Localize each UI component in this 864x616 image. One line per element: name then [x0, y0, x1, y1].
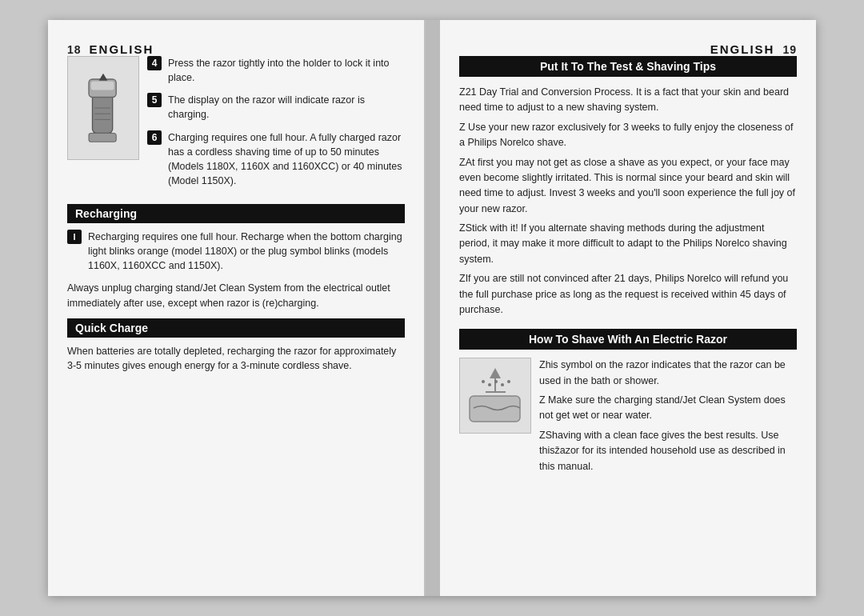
put-it-p2: ZAt first you may not get as close a sha… — [459, 155, 797, 218]
step-5-num: 5 — [147, 93, 162, 107]
right-page-num: 19 — [782, 43, 797, 56]
recharging-header: Recharging — [67, 204, 405, 223]
svg-rect-8 — [470, 396, 520, 422]
left-page: 18 ENGLISH — [48, 20, 426, 596]
step-4: 4 Press the razor tightly into the holde… — [147, 56, 405, 85]
left-page-title: ENGLISH — [90, 42, 154, 56]
recharging-step-text: Recharging requires one full hour. Recha… — [88, 230, 405, 273]
recharging-step-num: I — [67, 230, 82, 244]
right-page: ENGLISH 19 Put It To The Test & Shaving … — [440, 20, 816, 596]
recharging-step-1: I Recharging requires one full hour. Rec… — [67, 230, 405, 273]
step-4-num: 4 — [147, 56, 162, 70]
how-to-text-block: Zhis symbol on the razor indicates that … — [539, 358, 797, 478]
svg-point-12 — [482, 380, 485, 383]
svg-point-14 — [494, 380, 498, 383]
how-to-section: How To Shave With An Electric Razor — [459, 329, 797, 478]
put-it-header: Put It To The Test & Shaving Tips — [459, 56, 797, 77]
steps-block: 4 Press the razor tightly into the holde… — [147, 56, 405, 196]
put-it-p1: Z Use your new razor exclusively for 3 w… — [459, 120, 797, 151]
quick-charge-header: Quick Charge — [67, 318, 405, 338]
shower-image — [459, 358, 531, 434]
left-header: 18 ENGLISH — [67, 42, 405, 56]
step-5: 5 The display on the razor will indicate… — [147, 93, 405, 122]
page-divider — [426, 20, 440, 596]
razor-illustration — [79, 72, 127, 144]
svg-marker-9 — [490, 368, 501, 378]
step-5-text: The display on the razor will indicate r… — [168, 93, 405, 122]
step-6: 6 Charging requires one full hour. A ful… — [147, 130, 405, 189]
quick-charge-text: When batteries are totally depleted, rec… — [67, 344, 405, 374]
right-page-title: ENGLISH — [710, 42, 775, 56]
step-6-num: 6 — [147, 130, 162, 145]
always-unplug-text: Always unplug charging stand/Jet Clean S… — [67, 281, 405, 310]
svg-point-15 — [501, 383, 504, 386]
svg-point-13 — [488, 383, 491, 386]
left-page-num: 18 — [67, 43, 82, 56]
step-6-text: Charging requires one full hour. A fully… — [168, 130, 405, 189]
put-it-p4: ZIf you are still not convinced after 21… — [459, 271, 797, 318]
put-it-p3: ZStick with it! If you alternate shaving… — [459, 221, 797, 267]
svg-point-16 — [507, 380, 510, 383]
razor-image — [67, 56, 139, 160]
put-it-body: Z21 Day Trial and Conversion Process. It… — [459, 85, 797, 318]
how-to-p1: Z Make sure the charging stand/Jet Clean… — [539, 393, 797, 424]
shower-illustration — [466, 364, 526, 428]
how-to-header: How To Shave With An Electric Razor — [459, 329, 797, 350]
step-4-text: Press the razor tightly into the holder … — [168, 56, 405, 85]
right-header: ENGLISH 19 — [459, 42, 797, 56]
svg-rect-2 — [91, 82, 114, 90]
how-to-p0: Zhis symbol on the razor indicates that … — [539, 358, 797, 389]
top-section: 4 Press the razor tightly into the holde… — [67, 56, 405, 196]
put-it-p0: Z21 Day Trial and Conversion Process. It… — [459, 85, 797, 116]
svg-marker-3 — [99, 74, 108, 81]
how-to-body-wrap: Zhis symbol on the razor indicates that … — [459, 358, 797, 478]
how-to-p2: ZShaving with a clean face gives the bes… — [539, 428, 797, 474]
svg-rect-7 — [89, 134, 116, 142]
